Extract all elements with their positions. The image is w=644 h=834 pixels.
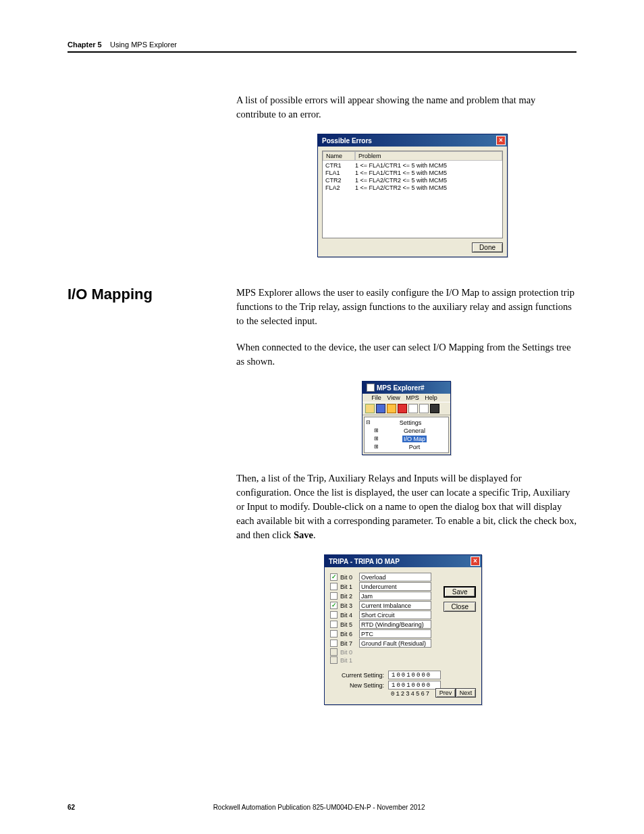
header-rule bbox=[68, 51, 576, 53]
app-icon bbox=[367, 384, 375, 392]
bit0-checkbox[interactable]: ✓ bbox=[330, 573, 338, 581]
tree-item-port[interactable]: Port bbox=[374, 443, 447, 451]
prev-button[interactable]: Prev bbox=[435, 688, 456, 698]
download-icon[interactable] bbox=[398, 404, 407, 413]
page-number: 62 bbox=[68, 804, 75, 811]
bit5-label: Bit 5 bbox=[340, 621, 356, 628]
save-icon[interactable] bbox=[376, 404, 385, 413]
section-p2: When connected to the device, the user c… bbox=[236, 340, 576, 369]
running-header: Chapter 5 Using MPS Explorer bbox=[68, 41, 576, 49]
menu-file[interactable]: File bbox=[371, 394, 381, 401]
current-setting-value: 10010000 bbox=[388, 671, 441, 679]
menu-view[interactable]: View bbox=[387, 394, 400, 401]
bit1-checkbox[interactable] bbox=[330, 583, 338, 590]
publication-line: Rockwell Automation Publication 825-UM00… bbox=[213, 804, 425, 811]
new-setting-value: 10010000 bbox=[388, 681, 441, 689]
section-p3: Then, a list of the Trip, Auxiliary Rela… bbox=[236, 471, 576, 542]
possible-errors-dialog: Possible Errors × Name Problem CTR11 <= … bbox=[317, 134, 508, 257]
bit6-param[interactable]: PTC bbox=[359, 629, 431, 638]
bit7-checkbox[interactable] bbox=[330, 640, 338, 647]
bit3-label: Bit 3 bbox=[340, 602, 356, 609]
bit5-checkbox[interactable] bbox=[330, 621, 338, 628]
menu-mps[interactable]: MPS bbox=[406, 394, 419, 401]
dialog-title: TRIPA - TRIPA IO MAP bbox=[329, 558, 400, 565]
bit0-label: Bit 0 bbox=[340, 574, 356, 581]
bit9-checkbox bbox=[330, 656, 338, 664]
bit0-param[interactable]: Overload bbox=[359, 573, 431, 581]
col-name[interactable]: Name bbox=[323, 151, 355, 161]
bit2-checkbox[interactable] bbox=[330, 592, 338, 600]
bit3-param[interactable]: Current Imbalance bbox=[359, 601, 431, 610]
bit6-checkbox[interactable] bbox=[330, 630, 338, 637]
bit5-param[interactable]: RTD (Winding/Bearing) bbox=[359, 620, 431, 629]
section-p1: MPS Explorer allows the user to easily c… bbox=[236, 286, 576, 328]
close-icon[interactable]: × bbox=[471, 556, 480, 566]
tree-item-iomap[interactable]: I/O Map bbox=[374, 435, 447, 443]
settings-tree: Settings General I/O Map Port bbox=[364, 417, 449, 453]
close-button[interactable]: Close bbox=[444, 602, 476, 612]
tripa-iomap-dialog: TRIPA - TRIPA IO MAP × ✓Bit 0Overload Bi… bbox=[324, 554, 482, 705]
table-row[interactable]: FLA11 <= FLA1/CTR1 <= 5 with MCM5 bbox=[323, 170, 502, 177]
window-title: MPS Explorer# bbox=[377, 384, 425, 392]
bit7-label: Bit 7 bbox=[340, 640, 356, 647]
menu-bar: File View MPS Help bbox=[363, 394, 450, 402]
toolbar bbox=[363, 402, 450, 415]
bit8-label: Bit 0 bbox=[340, 649, 356, 656]
new-setting-label: New Setting: bbox=[330, 682, 388, 689]
device-icon[interactable] bbox=[430, 404, 439, 413]
table-row[interactable]: CTR11 <= FLA1/CTR1 <= 5 with MCM5 bbox=[323, 162, 502, 170]
mps-explorer-window: MPS Explorer# File View MPS Help bbox=[362, 381, 451, 455]
current-setting-label: Current Setting: bbox=[330, 672, 388, 679]
chapter-title: Using MPS Explorer bbox=[110, 41, 177, 49]
done-button[interactable]: Done bbox=[472, 242, 503, 253]
save-button[interactable]: Save bbox=[444, 586, 476, 598]
errors-table: Name Problem CTR11 <= FLA1/CTR1 <= 5 wit… bbox=[322, 151, 503, 238]
page-footer: 62 Rockwell Automation Publication 825-U… bbox=[68, 804, 576, 811]
bit2-label: Bit 2 bbox=[340, 593, 356, 600]
bit1-param[interactable]: Undercurrent bbox=[359, 582, 431, 591]
bit9-label: Bit 1 bbox=[340, 657, 356, 664]
doc2-icon[interactable] bbox=[419, 404, 429, 413]
chapter-label: Chapter 5 bbox=[68, 41, 102, 49]
bit6-label: Bit 6 bbox=[340, 631, 356, 637]
bit3-checkbox[interactable]: ✓ bbox=[330, 602, 338, 609]
bit4-checkbox[interactable] bbox=[330, 611, 338, 619]
bit7-param[interactable]: Ground Fault (Residual) bbox=[359, 639, 431, 648]
upload-icon[interactable] bbox=[387, 404, 396, 413]
table-row[interactable]: CTR21 <= FLA2/CTR2 <= 5 with MCM5 bbox=[323, 177, 502, 184]
bit1-label: Bit 1 bbox=[340, 583, 356, 590]
bit4-param[interactable]: Short Circuit bbox=[359, 610, 431, 619]
tree-root[interactable]: Settings bbox=[366, 419, 447, 427]
bit4-label: Bit 4 bbox=[340, 612, 356, 619]
col-problem[interactable]: Problem bbox=[355, 151, 502, 161]
tree-item-general[interactable]: General bbox=[374, 427, 447, 435]
next-button[interactable]: Next bbox=[456, 688, 476, 698]
doc1-icon[interactable] bbox=[408, 404, 418, 413]
dialog-title: Possible Errors bbox=[322, 137, 372, 145]
section-heading: I/O Mapping bbox=[68, 286, 236, 303]
bit8-checkbox bbox=[330, 648, 338, 656]
open-icon[interactable] bbox=[365, 404, 375, 413]
bit2-param[interactable]: Jam bbox=[359, 592, 431, 600]
table-row[interactable]: FLA21 <= FLA2/CTR2 <= 5 with MCM5 bbox=[323, 184, 502, 192]
menu-help[interactable]: Help bbox=[425, 394, 437, 401]
close-icon[interactable]: × bbox=[496, 136, 506, 145]
intro-paragraph: A list of possible errors will appear sh… bbox=[236, 93, 576, 122]
